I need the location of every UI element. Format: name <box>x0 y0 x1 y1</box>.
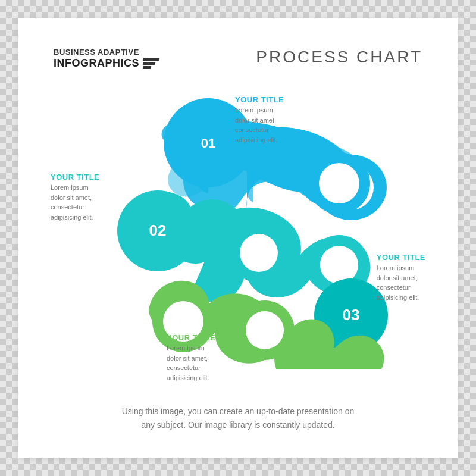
svg-text:03: 03 <box>343 306 360 324</box>
svg-point-8 <box>240 234 278 272</box>
label-3-body: Lorem ipsum dolor sit amet, consectetur … <box>377 263 425 302</box>
label-4: YOUR TITLE Lorem ipsum dolor sit amet, c… <box>167 333 215 383</box>
header: BUSINESS ADAPTIVE INFOGRAPHICS PROCESS C… <box>54 48 422 70</box>
label-2-body: Lorem ipsum dolor sit amet, consectetur … <box>51 183 99 222</box>
svg-point-10 <box>320 246 358 284</box>
label-2: YOUR TITLE Lorem ipsum dolor sit amet, c… <box>51 173 99 222</box>
brand-logo: BUSINESS ADAPTIVE INFOGRAPHICS <box>54 48 159 70</box>
chart-title: PROCESS CHART <box>256 48 422 67</box>
label-3: YOUR TITLE Lorem ipsum dolor sit amet, c… <box>377 253 425 302</box>
label-3-title: YOUR TITLE <box>377 253 425 262</box>
brand-line1: BUSINESS ADAPTIVE <box>54 48 159 57</box>
label-1-body: Lorem ipsum dolor sit amet, consectetur … <box>235 105 284 145</box>
svg-point-6 <box>319 163 359 203</box>
svg-text:02: 02 <box>149 221 167 239</box>
label-1-title: YOUR TITLE <box>235 95 284 104</box>
logo-stripes <box>143 58 159 68</box>
label-4-title: YOUR TITLE <box>167 333 215 342</box>
label-4-body: Lorem ipsum dolor sit amet, consectetur … <box>167 343 215 383</box>
brand-line2: INFOGRAPHICS <box>54 57 159 70</box>
svg-text:01: 01 <box>201 136 215 151</box>
white-card: BUSINESS ADAPTIVE INFOGRAPHICS PROCESS C… <box>18 18 458 458</box>
footer-text: Using this image, you can create an up-t… <box>54 405 422 431</box>
label-1: YOUR TITLE Lorem ipsum dolor sit amet, c… <box>235 95 284 145</box>
label-2-title: YOUR TITLE <box>51 173 99 181</box>
svg-point-16 <box>246 311 284 349</box>
main-container: BUSINESS ADAPTIVE INFOGRAPHICS PROCESS C… <box>0 0 476 476</box>
